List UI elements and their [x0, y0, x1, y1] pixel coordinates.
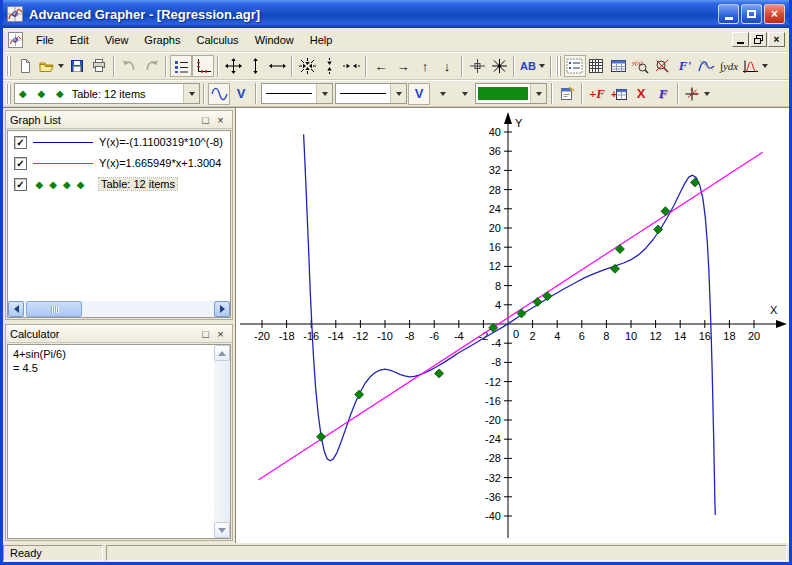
data-point[interactable] — [533, 297, 542, 306]
properties-button[interactable] — [556, 83, 578, 105]
zoom-out-x-button[interactable] — [266, 55, 288, 77]
add-graph-button[interactable]: +F — [586, 83, 608, 105]
regression-button[interactable] — [740, 55, 770, 77]
graph-list-item[interactable]: ✓◆◆◆◆Table: 12 items — [8, 173, 230, 194]
move-up-button[interactable]: ↑ — [414, 55, 436, 77]
scroll-down-button[interactable] — [214, 522, 230, 538]
default-scale-button[interactable] — [466, 55, 488, 77]
y-tick-label: 32 — [489, 164, 501, 176]
marker-fill-select-button[interactable] — [430, 83, 452, 105]
integral-button[interactable]: ∫ydx — [718, 55, 740, 77]
trace-off-button[interactable] — [652, 55, 674, 77]
add-table-button[interactable]: + — [608, 83, 630, 105]
zoom-in-y-button[interactable] — [318, 55, 340, 77]
scroll-up-button[interactable] — [214, 345, 230, 361]
scroll-right-button[interactable] — [214, 301, 230, 317]
menu-item-window[interactable]: Window — [247, 31, 302, 49]
graph-list-window-button[interactable] — [564, 55, 586, 77]
scroll-left-button[interactable] — [8, 301, 24, 317]
zoom-out-both-button[interactable] — [222, 55, 244, 77]
graph-list-close-button[interactable]: × — [213, 113, 228, 127]
data-point[interactable] — [355, 390, 364, 399]
line-width-select[interactable] — [335, 83, 407, 104]
menu-item-calculus[interactable]: Calculus — [188, 31, 246, 49]
trace-button[interactable]: y(x) — [630, 55, 652, 77]
minimize-button[interactable] — [718, 4, 739, 24]
move-right-button[interactable]: → — [392, 55, 414, 77]
print-button[interactable] — [88, 55, 110, 77]
new-button[interactable] — [14, 55, 36, 77]
graph-list-float-button[interactable]: □ — [198, 113, 213, 127]
status-extra — [106, 545, 787, 561]
tangent-button[interactable] — [696, 55, 718, 77]
menu-item-graphs[interactable]: Graphs — [136, 31, 188, 49]
open-button[interactable] — [36, 55, 66, 77]
dropdown-button[interactable] — [316, 84, 332, 103]
data-point[interactable] — [317, 432, 326, 441]
toolbar-grip[interactable] — [556, 56, 561, 76]
document-icon[interactable] — [7, 32, 24, 48]
calculator-content[interactable]: 4+sin(Pi/6) = 4.5 — [7, 344, 231, 539]
graph-visible-checkbox[interactable]: ✓ — [14, 157, 27, 170]
graph-select-value[interactable]: ◆ ◆ ◆Table: 12 items — [15, 88, 183, 100]
toolbar-grip[interactable] — [6, 56, 11, 76]
data-point[interactable] — [615, 245, 624, 254]
calculator-text[interactable]: 4+sin(Pi/6) = 4.5 — [8, 345, 230, 377]
graph-visible-checkbox[interactable]: ✓ — [14, 136, 27, 149]
plot-canvas[interactable]: XY-20-18-16-14-12-10-8-6-4-2246810121416… — [235, 108, 789, 543]
zoom-in-both-button[interactable] — [296, 55, 318, 77]
move-down-button[interactable]: ↓ — [436, 55, 458, 77]
chevron-down-icon — [462, 92, 468, 96]
calculator-float-button[interactable]: □ — [198, 327, 213, 341]
combo-dropdown-button[interactable] — [183, 84, 199, 103]
mdi-restore-button[interactable] — [750, 32, 767, 47]
hscroll-track[interactable] — [82, 301, 214, 317]
graph-select-combobox[interactable]: ◆ ◆ ◆Table: 12 items — [14, 83, 200, 104]
marker-shape-select-button[interactable] — [452, 83, 474, 105]
graph-list-hscrollbar[interactable] — [8, 301, 230, 317]
data-point[interactable] — [690, 178, 699, 187]
zoom-out-y-button[interactable] — [244, 55, 266, 77]
close-button[interactable]: × — [764, 4, 785, 24]
data-point[interactable] — [543, 292, 552, 301]
best-scale-button[interactable] — [488, 55, 510, 77]
menu-item-view[interactable]: View — [97, 31, 137, 49]
toolbar-grip[interactable] — [6, 84, 11, 104]
graph-list-item[interactable]: ✓Y(x)=-(1.1100319*10^(-8) — [8, 131, 230, 152]
menu-item-edit[interactable]: Edit — [62, 31, 97, 49]
calculator-vscrollbar[interactable] — [214, 345, 230, 538]
color-select[interactable] — [475, 83, 547, 104]
table-window-button[interactable] — [608, 55, 630, 77]
derivative-button[interactable]: F' — [674, 55, 696, 77]
mdi-minimize-button[interactable] — [732, 32, 749, 47]
dropdown-button[interactable] — [530, 84, 546, 103]
mdi-close-button[interactable]: × — [768, 32, 785, 47]
data-point[interactable] — [654, 225, 663, 234]
edit-graph-button[interactable]: F — [652, 83, 674, 105]
menu-item-file[interactable]: File — [28, 31, 62, 49]
hscroll-thumb[interactable] — [26, 301, 82, 317]
data-point[interactable] — [611, 264, 620, 273]
axes-properties-button[interactable] — [682, 83, 712, 105]
points-type-button[interactable]: V — [230, 83, 252, 105]
axes-toggle-button[interactable] — [192, 55, 214, 77]
curve-type-button[interactable] — [208, 83, 230, 105]
dropdown-button[interactable] — [390, 84, 406, 103]
graph-list-toggle-button[interactable] — [170, 55, 192, 77]
dual-grid-window-button[interactable] — [586, 55, 608, 77]
graph-visible-checkbox[interactable]: ✓ — [14, 178, 27, 191]
magnifier-off-icon — [654, 58, 671, 74]
ab-labels-button[interactable]: AB — [518, 55, 547, 77]
data-point[interactable] — [435, 369, 444, 378]
maximize-button[interactable] — [741, 4, 762, 24]
graph-list-item[interactable]: ✓Y(x)=1.665949*x+1.3004 — [8, 152, 230, 173]
arrows-out-icon — [225, 58, 242, 74]
calculator-close-button[interactable]: × — [213, 327, 228, 341]
line-style-select[interactable] — [261, 83, 333, 104]
delete-graph-button[interactable]: X — [630, 83, 652, 105]
move-left-button[interactable]: ← — [370, 55, 392, 77]
menu-item-help[interactable]: Help — [302, 31, 341, 49]
marker-visible-button[interactable]: V — [408, 83, 430, 105]
zoom-in-x-button[interactable] — [340, 55, 362, 77]
save-button[interactable] — [66, 55, 88, 77]
